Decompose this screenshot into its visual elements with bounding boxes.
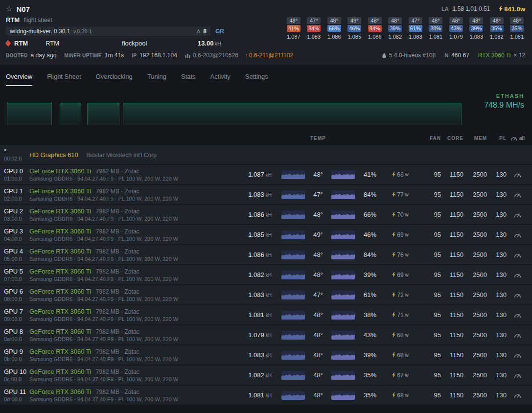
mem-column-header: MEM bbox=[463, 136, 487, 141]
total-power: 841.0w bbox=[499, 5, 525, 13]
gpu-memory-brand: 7982 MB · Zotac bbox=[96, 368, 139, 375]
gpu-overclock-gauge-icon[interactable] bbox=[507, 211, 528, 218]
gpu-detail: Samsung GDDR6 · 94.04.27.40.F9 · PL 100 … bbox=[29, 316, 232, 322]
gpu-overclock-gauge-icon[interactable] bbox=[507, 332, 528, 338]
tab-overview[interactable]: Overview bbox=[6, 73, 32, 86]
up-arrow-icon: ↑ bbox=[245, 52, 248, 59]
gpu-memory-brand: 7982 MB · Zotac bbox=[96, 188, 139, 195]
gpu-temp-value: 48° bbox=[307, 331, 329, 339]
mini-hashrate: 1.086 bbox=[368, 33, 382, 40]
gpu-power: 71w bbox=[382, 312, 418, 319]
miner-bar[interactable]: wildrig-multi-ver. 0.30.1 v.0.30.1 A 8 bbox=[6, 26, 210, 36]
gpu-hashrate: 1.085kH bbox=[232, 231, 279, 238]
gpu-name-link[interactable]: GeForce RTX 3060 Ti bbox=[29, 268, 91, 275]
gpu-name-link[interactable]: GeForce RTX 3060 Ti bbox=[29, 207, 91, 215]
gpu-index: GPU 10 bbox=[4, 368, 29, 375]
tab-stats[interactable]: Stats bbox=[181, 73, 196, 86]
gpu-name-link[interactable]: GeForce RTX 3060 Ti bbox=[29, 388, 91, 395]
tab-activity[interactable]: Activity bbox=[210, 73, 231, 86]
pool-name[interactable]: flockpool bbox=[122, 40, 147, 47]
tab-settings[interactable]: Settings bbox=[245, 73, 268, 86]
tab-tuning[interactable]: Tuning bbox=[147, 73, 166, 86]
pl-column-header: PL bbox=[487, 136, 507, 141]
rig-title-row: ☆ N07 LA 1.58 1.01 0.51 841.0w bbox=[0, 0, 532, 16]
gpu-detail: Samsung GDDR6 · 94.04.27.40.F9 · PL 100 … bbox=[29, 276, 232, 282]
gpu-index: * bbox=[4, 147, 29, 155]
gpu-index: GPU 1 bbox=[4, 187, 29, 195]
gpu-fan-value: 41% bbox=[358, 171, 382, 178]
gpu-overclock-gauge-icon[interactable] bbox=[507, 372, 528, 378]
gpu-temp-chart bbox=[279, 351, 307, 360]
algo-hashrate-summary: ETHASH 748.9 MH/s bbox=[484, 93, 524, 110]
tab-overclocking[interactable]: Overclocking bbox=[96, 73, 133, 86]
gpu-power: 68w bbox=[382, 332, 418, 339]
gpu-index: GPU 2 bbox=[4, 207, 29, 215]
gpu-name-link[interactable]: GeForce RTX 3060 Ti bbox=[29, 288, 91, 295]
gpu-name-link[interactable]: GeForce RTX 3060 Ti bbox=[29, 328, 91, 335]
gpu-index: GPU 5 bbox=[4, 268, 29, 275]
gpu-overclock-gauge-icon[interactable] bbox=[507, 231, 528, 238]
gpu-overclock-gauge-icon[interactable] bbox=[507, 312, 528, 318]
lightning-icon bbox=[392, 352, 395, 358]
lightning-icon bbox=[499, 6, 503, 12]
gpu-core-clock: 1150 bbox=[441, 231, 463, 238]
gpu-bus-id: 02:00.0 bbox=[4, 196, 29, 202]
gauge-icon bbox=[510, 135, 518, 141]
overclock-all-button[interactable]: all bbox=[507, 135, 528, 141]
gpu-name-link[interactable]: GeForce RTX 3060 Ti bbox=[29, 228, 91, 235]
gpu-core-clock: 1150 bbox=[441, 311, 463, 319]
favorite-star-icon[interactable]: ☆ bbox=[6, 4, 12, 13]
gpu-bus-id: 0d:00.0 bbox=[4, 396, 29, 402]
temp-sparkline bbox=[281, 251, 305, 259]
gpu-power: 68w bbox=[382, 352, 418, 359]
gpu-hashrate: 1.087kH bbox=[232, 171, 279, 178]
gpu-overclock-gauge-icon[interactable] bbox=[507, 272, 528, 278]
gpu-core-clock: 1150 bbox=[441, 371, 463, 379]
gpu-name-link[interactable]: GeForce RTX 3060 Ti bbox=[29, 368, 91, 375]
gpu-row-11: GPU 11 0d:00.0 GeForce RTX 3060 Ti 7982 … bbox=[0, 386, 532, 406]
gpu-fan-setting: 95 bbox=[418, 271, 441, 278]
mini-gpu-column-8: 48°43%1.079 bbox=[446, 17, 466, 47]
gpu-hashrate: 1.082kH bbox=[232, 271, 279, 278]
temp-sparkline bbox=[281, 331, 305, 340]
rig-name[interactable]: N07 bbox=[16, 5, 30, 13]
gpu-detail: Samsung GDDR6 · 94.04.27.40.F9 · PL 100 … bbox=[29, 256, 232, 262]
gpu-temp-value: 48° bbox=[307, 171, 329, 178]
gpu-overclock-gauge-icon[interactable] bbox=[507, 352, 528, 358]
temp-sparkline bbox=[281, 210, 305, 219]
gpu-temp-value: 48° bbox=[307, 371, 329, 379]
driver-label: N bbox=[444, 52, 448, 58]
gpu-detail: Samsung GDDR6 · 94.04.27.40.F9 · PL 100 … bbox=[29, 376, 232, 382]
gpu-power: 70w bbox=[382, 211, 418, 218]
lightning-icon bbox=[392, 392, 395, 398]
gpu-bus-id: 07:00.0 bbox=[4, 276, 29, 282]
gpu-mem-clock: 2500 bbox=[463, 371, 487, 379]
gpu-overclock-gauge-icon[interactable] bbox=[507, 392, 528, 398]
agent-update-link[interactable]: ↑ 0.6-211@211102 bbox=[245, 52, 293, 59]
temp-sparkline bbox=[281, 170, 305, 179]
gpu-overclock-gauge-icon[interactable] bbox=[507, 171, 528, 178]
gpu-bus-id: 09:00.0 bbox=[4, 316, 29, 322]
gpu-name-link[interactable]: GeForce RTX 3060 Ti bbox=[29, 167, 91, 175]
gpu-detail: Samsung GDDR6 · 94.04.27.40.F9 · PL 100 … bbox=[29, 336, 232, 342]
gpu-name-link[interactable]: GeForce RTX 3060 Ti bbox=[29, 348, 91, 355]
gpu-overclock-gauge-icon[interactable] bbox=[507, 292, 528, 298]
status-bar: BOOTED a day ago MINER UPTIME 1m 41s IP … bbox=[0, 47, 532, 64]
tab-flight-sheet[interactable]: Flight Sheet bbox=[47, 73, 81, 86]
gpu-overclock-gauge-icon[interactable] bbox=[507, 191, 528, 198]
gpu-name-link[interactable]: GeForce RTX 3060 Ti bbox=[29, 187, 91, 195]
booted-value: a day ago bbox=[31, 52, 57, 59]
gpu-name-link[interactable]: GeForce RTX 3060 Ti bbox=[29, 308, 91, 315]
gpu-core-clock: 1150 bbox=[441, 271, 463, 278]
gpu-overclock-gauge-icon[interactable] bbox=[507, 252, 528, 258]
gpu-fan-setting: 95 bbox=[418, 231, 441, 238]
mini-gpu-column-10: 48°35%1.082 bbox=[486, 17, 507, 47]
gpu-name-link[interactable]: GeForce RTX 3060 Ti bbox=[29, 248, 91, 255]
gpu-row-5: GPU 5 07:00.0 GeForce RTX 3060 Ti 7982 M… bbox=[0, 265, 532, 285]
gpu-fan-value: 38% bbox=[358, 311, 382, 319]
gpu-temp-chart bbox=[279, 170, 307, 179]
integrated-gpu-name[interactable]: HD Graphics 610 bbox=[29, 151, 78, 159]
gpu-bus-id: 08:00.0 bbox=[4, 296, 29, 302]
mini-gpu-column-3: 49°46%1.085 bbox=[345, 17, 365, 47]
gpu-fan-chart bbox=[329, 311, 358, 320]
